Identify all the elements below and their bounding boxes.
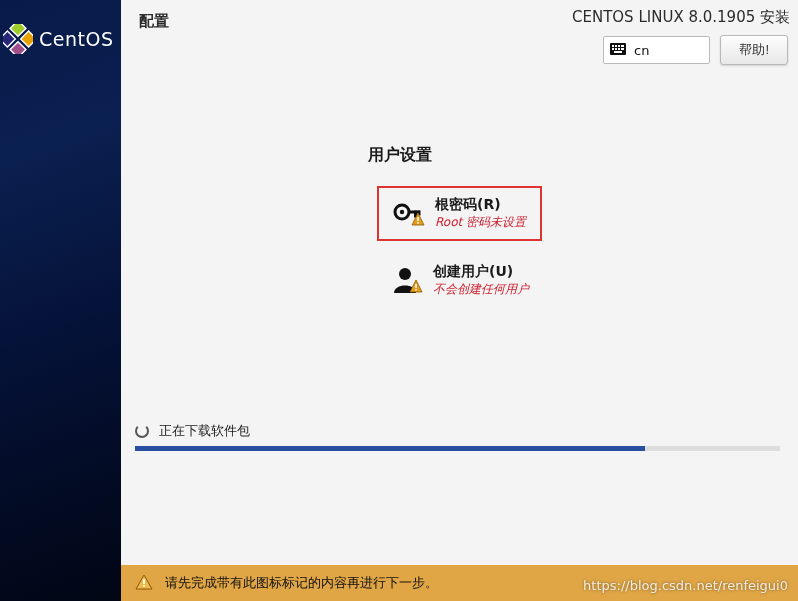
progress-bar [135, 446, 780, 451]
brand-text: CentOS [39, 28, 113, 50]
create-user-option[interactable]: 创建用户(U) 不会创建任何用户 [377, 255, 542, 306]
svg-rect-3 [10, 42, 26, 54]
warning-bottom-bar: 请先完成带有此图标标记的内容再进行下一步。 [121, 565, 798, 601]
svg-rect-24 [415, 284, 417, 288]
svg-rect-2 [3, 31, 15, 47]
keyboard-icon [610, 43, 626, 58]
root-password-title: 根密码(R) [435, 196, 526, 214]
svg-rect-1 [21, 31, 33, 47]
svg-rect-10 [615, 48, 617, 50]
warning-triangle-icon [135, 573, 153, 594]
svg-rect-28 [143, 585, 145, 587]
warning-message: 请先完成带有此图标标记的内容再进行下一步。 [165, 574, 438, 592]
svg-rect-0 [10, 24, 26, 36]
spinner-icon [135, 424, 149, 438]
create-user-title: 创建用户(U) [433, 263, 529, 281]
centos-logo-icon [3, 24, 33, 54]
root-password-texts: 根密码(R) Root 密码未设置 [435, 196, 526, 231]
svg-rect-6 [615, 45, 617, 47]
keyboard-layout-code: cn [634, 43, 649, 58]
sidebar: CentOS [0, 0, 121, 601]
warning-badge-icon [409, 278, 423, 297]
progress-bar-fill [135, 446, 645, 451]
user-settings-section: 用户设置 根密码(R) Root 密码未设置 [121, 65, 798, 422]
brand-logo: CentOS [0, 0, 121, 54]
progress-area: 正在下载软件包 [121, 422, 798, 451]
create-user-subtitle: 不会创建任何用户 [433, 281, 529, 298]
installer-window: CentOS 配置 CENTOS LINUX 8.0.1905 安装 [0, 0, 798, 601]
top-bar: 配置 CENTOS LINUX 8.0.1905 安装 c [121, 0, 798, 65]
svg-rect-8 [621, 45, 624, 47]
svg-rect-21 [417, 222, 419, 224]
user-icon [389, 263, 421, 295]
page-title: 配置 [139, 8, 169, 31]
create-user-texts: 创建用户(U) 不会创建任何用户 [433, 263, 529, 298]
keyboard-layout-selector[interactable]: cn [603, 36, 710, 64]
help-button[interactable]: 帮助! [720, 35, 788, 65]
top-right-group: CENTOS LINUX 8.0.1905 安装 cn [572, 8, 790, 65]
svg-rect-7 [618, 45, 620, 47]
top-controls: cn 帮助! [603, 35, 790, 65]
root-password-option[interactable]: 根密码(R) Root 密码未设置 [377, 186, 542, 241]
root-password-subtitle: Root 密码未设置 [435, 214, 526, 231]
svg-rect-5 [612, 45, 614, 47]
key-icon [391, 196, 423, 228]
main-panel: 配置 CENTOS LINUX 8.0.1905 安装 c [121, 0, 798, 601]
svg-point-15 [400, 210, 404, 214]
warning-badge-icon [411, 211, 425, 230]
svg-rect-25 [415, 289, 417, 291]
progress-row: 正在下载软件包 [135, 422, 780, 440]
svg-rect-20 [417, 217, 419, 221]
install-title: CENTOS LINUX 8.0.1905 安装 [572, 8, 790, 27]
svg-rect-11 [618, 48, 620, 50]
progress-status-text: 正在下载软件包 [159, 422, 250, 440]
svg-rect-12 [621, 48, 624, 50]
svg-rect-27 [143, 579, 145, 584]
svg-rect-13 [614, 51, 622, 53]
section-title: 用户设置 [368, 145, 432, 166]
svg-rect-9 [612, 48, 614, 50]
